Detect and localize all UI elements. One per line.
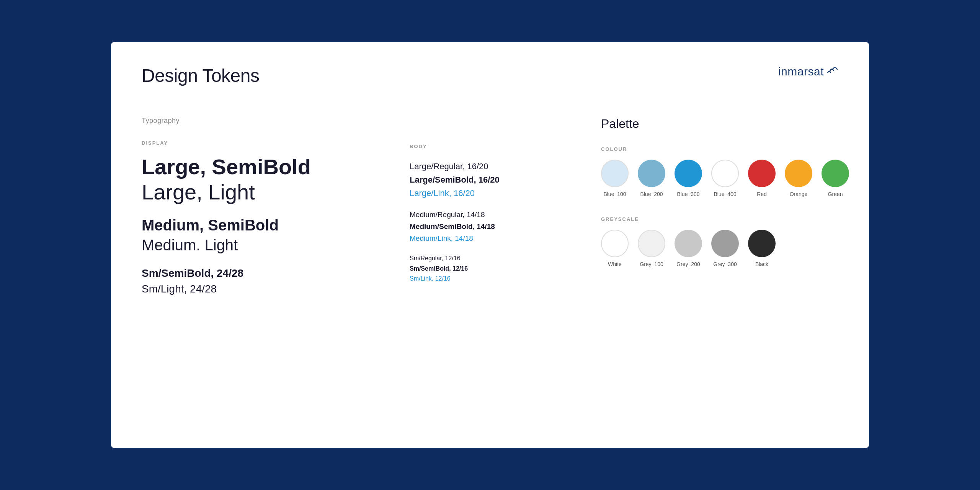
body-type-group-sm: Sm/Regular, 12/16 Sm/SemiBold, 12/16 Sm/… xyxy=(410,254,570,283)
color-swatch-red xyxy=(748,160,776,187)
main-card: Design Tokens inmarsat Typography DISPLA… xyxy=(111,42,869,448)
color-name-orange: Orange xyxy=(790,191,808,197)
main-content: Typography DISPLAY Large, SemiBold Large… xyxy=(142,117,838,296)
colour-row: Blue_100 Blue_200 Blue_300 Blue_400 xyxy=(601,160,831,197)
color-swatch-grey300 xyxy=(711,230,739,257)
type-large-light: Large, Light xyxy=(142,180,387,204)
body-label: BODY xyxy=(410,144,570,149)
typography-label: Typography xyxy=(142,117,387,125)
type-sm-semibold: Sm/SemiBold, 24/28 xyxy=(142,266,387,280)
color-grey100: Grey_100 xyxy=(638,230,665,267)
color-blue200: Blue_200 xyxy=(638,160,665,197)
color-name-blue200: Blue_200 xyxy=(640,191,663,197)
color-swatch-blue300 xyxy=(675,160,702,187)
body-large-regular: Large/Regular, 16/20 xyxy=(410,161,570,173)
display-label: DISPLAY xyxy=(142,140,387,146)
page-title: Design Tokens xyxy=(142,65,259,86)
body-med-link: Medium/Link, 14/18 xyxy=(410,234,570,244)
body-type-group-large: Large/Regular, 16/20 Large/SemiBold, 16/… xyxy=(410,161,570,199)
color-name-blue300: Blue_300 xyxy=(677,191,699,197)
logo-wordmark: inmarsat xyxy=(778,65,824,78)
color-swatch-white xyxy=(601,230,629,257)
color-name-grey100: Grey_100 xyxy=(640,261,663,267)
color-swatch-blue400 xyxy=(711,160,739,187)
body-section: BODY Large/Regular, 16/20 Large/SemiBold… xyxy=(387,117,570,296)
color-name-blue100: Blue_100 xyxy=(603,191,626,197)
color-name-white: White xyxy=(608,261,622,267)
color-swatch-green xyxy=(822,160,849,187)
color-swatch-blue200 xyxy=(638,160,665,187)
type-large-semibold: Large, SemiBold xyxy=(142,155,387,179)
type-medium-light: Medium. Light xyxy=(142,236,387,254)
color-swatch-orange xyxy=(785,160,812,187)
body-type-group-medium: Medium/Regular, 14/18 Medium/SemiBold, 1… xyxy=(410,210,570,243)
body-sm-semibold: Sm/SemiBold, 12/16 xyxy=(410,265,570,273)
logo: inmarsat xyxy=(778,65,838,78)
color-swatch-grey200 xyxy=(675,230,702,257)
color-name-grey300: Grey_300 xyxy=(713,261,737,267)
header: Design Tokens inmarsat xyxy=(142,65,838,86)
colour-label: COLOUR xyxy=(601,146,831,152)
color-name-red: Red xyxy=(757,191,767,197)
palette-section: Palette COLOUR Blue_100 Blue_200 Blue_30… xyxy=(570,117,831,296)
color-black: Black xyxy=(748,230,776,267)
body-sm-link: Sm/Link, 12/16 xyxy=(410,274,570,283)
body-large-link: Large/Link, 16/20 xyxy=(410,188,570,199)
type-medium-semibold: Medium, SemiBold xyxy=(142,216,387,234)
typography-section: Typography DISPLAY Large, SemiBold Large… xyxy=(142,117,387,296)
body-large-semibold: Large/SemiBold, 16/20 xyxy=(410,174,570,186)
color-blue100: Blue_100 xyxy=(601,160,629,197)
color-swatch-black xyxy=(748,230,776,257)
color-name-green: Green xyxy=(828,191,843,197)
greyscale-row: White Grey_100 Grey_200 Grey_300 xyxy=(601,230,831,267)
color-swatch-blue100 xyxy=(601,160,629,187)
color-grey300: Grey_300 xyxy=(711,230,739,267)
logo-waves-icon xyxy=(826,67,838,77)
color-swatch-grey100 xyxy=(638,230,665,257)
type-sm-light: Sm/Light, 24/28 xyxy=(142,282,387,296)
color-white: White xyxy=(601,230,629,267)
color-orange: Orange xyxy=(785,160,812,197)
body-med-regular: Medium/Regular, 14/18 xyxy=(410,210,570,220)
color-blue300: Blue_300 xyxy=(675,160,702,197)
color-blue400: Blue_400 xyxy=(711,160,739,197)
greyscale-label: GREYSCALE xyxy=(601,216,831,222)
palette-title: Palette xyxy=(601,117,831,131)
color-red: Red xyxy=(748,160,776,197)
color-name-black: Black xyxy=(755,261,768,267)
color-green: Green xyxy=(822,160,849,197)
color-name-blue400: Blue_400 xyxy=(714,191,736,197)
body-med-semibold: Medium/SemiBold, 14/18 xyxy=(410,222,570,232)
color-grey200: Grey_200 xyxy=(675,230,702,267)
body-sm-regular: Sm/Regular, 12/16 xyxy=(410,254,570,263)
color-name-grey200: Grey_200 xyxy=(676,261,700,267)
